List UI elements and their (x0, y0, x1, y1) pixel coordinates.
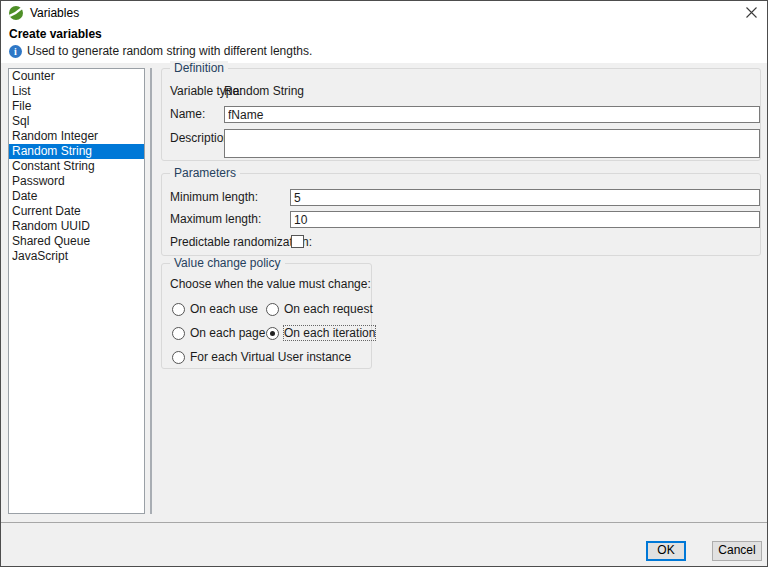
sidebar-item-random-string[interactable]: Random String (9, 144, 144, 159)
maximum-length-field[interactable] (290, 211, 760, 228)
minimum-length-field[interactable] (290, 189, 760, 206)
predictable-randomization-checkbox[interactable] (291, 235, 304, 248)
radio-label: For each Virtual User instance (190, 350, 351, 364)
variable-type-value: Random String (224, 83, 304, 100)
info-circle-icon: i (9, 45, 22, 58)
sidebar-item-counter[interactable]: Counter (9, 69, 144, 84)
radio-on-each-request[interactable]: On each request (266, 302, 373, 316)
definition-group: Definition Variable type: Random String … (161, 68, 761, 161)
sidebar-item-list[interactable]: List (9, 84, 144, 99)
cancel-button[interactable]: Cancel (712, 541, 762, 561)
description-field[interactable] (224, 129, 760, 158)
info-text: Used to generate random string with diff… (27, 44, 312, 58)
radio-icon (172, 351, 185, 364)
radio-label: On each request (284, 302, 373, 316)
value-change-policy-group: Value change policy Choose when the valu… (161, 263, 372, 369)
bottom-separator (1, 522, 767, 523)
radio-label: On each page (190, 326, 265, 340)
title-bar[interactable]: Variables (1, 1, 767, 25)
parameters-group: Parameters Minimum length: Maximum lengt… (161, 173, 761, 256)
variables-dialog: Variables Create variables i Used to gen… (0, 0, 768, 567)
sidebar-item-file[interactable]: File (9, 99, 144, 114)
radio-on-each-use[interactable]: On each use (172, 302, 258, 316)
maximum-length-label: Maximum length: (170, 211, 261, 228)
splitter-handle[interactable] (150, 68, 152, 514)
close-button[interactable] (735, 1, 767, 24)
radio-on-each-page[interactable]: On each page (172, 326, 265, 340)
radio-icon (266, 303, 279, 316)
sidebar-item-date[interactable]: Date (9, 189, 144, 204)
parameters-group-title: Parameters (170, 166, 240, 180)
radio-label: On each use (190, 302, 258, 316)
radio-on-each-iteration[interactable]: On each iteration (266, 326, 375, 340)
window-title: Variables (30, 1, 79, 25)
minimum-length-label: Minimum length: (170, 189, 258, 206)
sidebar-item-current-date[interactable]: Current Date (9, 204, 144, 219)
sidebar-item-constant-string[interactable]: Constant String (9, 159, 144, 174)
sidebar-item-random-integer[interactable]: Random Integer (9, 129, 144, 144)
ok-button[interactable]: OK (646, 541, 686, 561)
sidebar-item-password[interactable]: Password (9, 174, 144, 189)
page-title: Create variables (9, 27, 102, 41)
radio-icon (172, 327, 185, 340)
radio-label: On each iteration (284, 326, 375, 340)
sidebar-item-javascript[interactable]: JavaScript (9, 249, 144, 264)
close-x-icon (746, 7, 757, 18)
definition-group-title: Definition (170, 61, 228, 75)
name-label: Name: (170, 106, 205, 123)
sidebar-item-shared-queue[interactable]: Shared Queue (9, 234, 144, 249)
name-field[interactable] (224, 106, 760, 123)
radio-icon (172, 303, 185, 316)
variable-type-list: Counter List File Sql Random Integer Ran… (8, 68, 145, 514)
radio-icon (266, 327, 279, 340)
info-row: i Used to generate random string with di… (9, 44, 312, 58)
value-change-policy-title: Value change policy (170, 256, 285, 270)
app-icon (8, 5, 24, 21)
radio-for-each-virtual-user-instance[interactable]: For each Virtual User instance (172, 350, 351, 364)
sidebar-item-sql[interactable]: Sql (9, 114, 144, 129)
value-change-prompt: Choose when the value must change: (170, 276, 371, 293)
sidebar-item-random-uuid[interactable]: Random UUID (9, 219, 144, 234)
